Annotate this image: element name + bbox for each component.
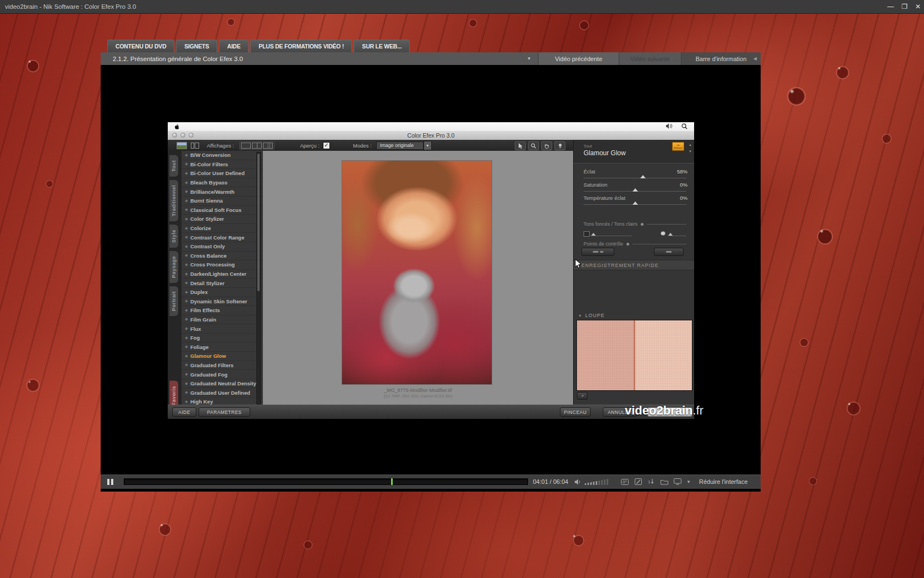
filter-item[interactable]: Burnt Sienna	[182, 197, 263, 206]
background-lamp-button[interactable]	[554, 141, 565, 150]
filter-item[interactable]: Foliage	[182, 342, 263, 352]
mode-select[interactable]: Image originale	[376, 141, 424, 150]
filter-item[interactable]: Flux	[182, 324, 263, 334]
brush-button[interactable]: PINCEAU	[560, 407, 591, 417]
loupe-section-header[interactable]: ▼ LOUPE	[578, 313, 604, 318]
filter-item[interactable]: Detail Stylizer	[182, 279, 263, 288]
layout-grid-icon[interactable]	[191, 143, 199, 149]
loupe-preview[interactable]	[576, 320, 692, 391]
minimize-icon[interactable]: —	[887, 3, 894, 10]
slider-track[interactable]	[584, 178, 686, 178]
filter-item[interactable]: Graduated Neutral Density	[182, 379, 263, 389]
filter-item[interactable]: Film Effects	[182, 306, 263, 315]
filter-item[interactable]: Darken/Lighten Center	[182, 270, 263, 279]
app-tab[interactable]: SIGNETS	[176, 40, 217, 52]
app-tab[interactable]: SUR LE WEB...	[354, 40, 410, 52]
info-bar-button[interactable]: Barre d'information ◀	[681, 52, 761, 65]
settings-button[interactable]: PARAMETRES	[199, 407, 250, 417]
filter-item[interactable]: Dynamic Skin Softener	[182, 297, 263, 307]
progress-bar[interactable]	[124, 478, 528, 485]
chapter-dropdown-icon[interactable]: ▼	[527, 56, 531, 61]
filter-item[interactable]: Cross Processing	[182, 260, 263, 270]
filter-item[interactable]: Classical Soft Focus	[182, 206, 263, 215]
app-tab[interactable]: CONTENU DU DVD	[107, 40, 174, 52]
filter-item[interactable]: Brilliance/Warmth	[182, 187, 263, 197]
slider-handle[interactable]	[632, 201, 638, 205]
side-by-side-view-button[interactable]	[263, 143, 273, 149]
filter-item[interactable]: Graduated User Defined	[182, 388, 263, 397]
slider-handle[interactable]	[632, 188, 638, 192]
filter-item[interactable]: Bleach Bypass	[182, 178, 263, 188]
filter-item[interactable]: Contrast Only	[182, 242, 263, 252]
progress-position-marker[interactable]	[391, 478, 393, 485]
loupe-pin-button[interactable]: 📌︎	[577, 392, 587, 400]
filter-item[interactable]: Colorize	[182, 224, 263, 233]
app-tab[interactable]: PLUS DE FORMATIONS VIDÉO !	[250, 40, 352, 52]
reduce-interface-button[interactable]: Réduire l'interface	[699, 478, 747, 485]
mode-select-arrow-icon[interactable]: ▼	[424, 141, 432, 150]
preview-checkbox[interactable]: ✓	[323, 142, 330, 149]
select-tool-button[interactable]	[515, 141, 526, 150]
filter-item[interactable]: B/W Conversion	[182, 151, 263, 160]
panel-scroll-arrows[interactable]: ▲▼	[689, 143, 692, 153]
slider-track[interactable]	[584, 204, 686, 205]
slider-handle[interactable]	[640, 175, 646, 178]
filter-item[interactable]: Graduated Filters	[182, 361, 263, 370]
app-tab[interactable]: AIDE	[219, 40, 249, 52]
pan-hand-button[interactable]	[541, 141, 552, 150]
slider-track[interactable]	[584, 191, 686, 192]
category-tab[interactable]: Paysage	[169, 251, 178, 283]
shadow-slider-handle[interactable]	[591, 233, 596, 236]
category-tab[interactable]: Tout	[169, 155, 178, 177]
filter-list-scrollbar[interactable]	[256, 152, 261, 405]
split-view-button[interactable]	[252, 143, 262, 149]
zoom-tool-button[interactable]	[528, 141, 539, 150]
single-view-button[interactable]	[241, 143, 251, 149]
filter-item[interactable]: Film Grain	[182, 315, 263, 325]
filter-item[interactable]: Contrast Color Range	[182, 233, 263, 242]
help-button[interactable]: AIDE	[172, 407, 196, 417]
folder-icon[interactable]	[660, 478, 669, 486]
filter-item[interactable]: Bi-Color User Defined	[182, 169, 263, 178]
filter-item[interactable]: Duplex	[182, 288, 263, 297]
filter-item[interactable]: Color Stylizer	[182, 215, 263, 224]
scrollbar-thumb[interactable]	[257, 154, 260, 291]
filter-item[interactable]: Glamour Glow	[182, 352, 263, 361]
plugin-window-titlebar[interactable]: Color Efex Pro 3.0	[168, 131, 694, 140]
filter-item[interactable]: High Key	[182, 397, 263, 405]
draw-annotate-icon[interactable]	[634, 478, 642, 486]
next-video-button[interactable]: Vidéo suivante	[619, 52, 681, 65]
tones-section-header[interactable]: Tons foncés / Tons clairs	[584, 221, 686, 227]
category-tab[interactable]: Traditionnel	[169, 180, 178, 221]
restore-icon[interactable]: ❐	[901, 3, 908, 10]
filter-item[interactable]: Fog	[182, 334, 263, 343]
category-tab[interactable]: Portrait	[169, 286, 178, 316]
captions-icon[interactable]	[620, 478, 629, 486]
filter-item[interactable]: Bi-Color Filters	[182, 160, 263, 170]
highlight-slider-handle[interactable]	[668, 233, 673, 236]
quick-save-section[interactable]: ENREGISTREMENT RAPIDE	[574, 260, 694, 270]
section-toggle-icon[interactable]	[641, 223, 644, 226]
spotlight-search-icon[interactable]	[681, 123, 688, 130]
fullscreen-display-icon[interactable]	[673, 478, 682, 486]
section-toggle-icon[interactable]	[626, 243, 629, 246]
previous-video-button[interactable]: Vidéo précédente	[538, 52, 619, 65]
video-title-section[interactable]: 2.1.2. Présentation générale de Color Ef…	[101, 52, 538, 65]
control-point-options-button[interactable]	[654, 248, 684, 256]
close-icon[interactable]: ✕	[915, 3, 921, 10]
volume-control[interactable]	[575, 479, 608, 485]
display-options-dropdown-icon[interactable]: ▼	[686, 479, 691, 484]
volume-menu-icon[interactable]	[666, 123, 673, 130]
add-control-point-button[interactable]	[581, 248, 614, 256]
apple-menu-icon[interactable]	[174, 124, 180, 129]
filter-item[interactable]: Cross Balance	[182, 252, 263, 261]
category-tab[interactable]: Style	[169, 225, 178, 248]
sort-playlist-icon[interactable]: 1	[647, 478, 656, 486]
shadows-mini-slider[interactable]	[584, 231, 632, 237]
filter-item[interactable]: Graduated Fog	[182, 370, 263, 379]
pause-button[interactable]	[107, 479, 113, 485]
control-points-section-header[interactable]: Points de contrôle	[584, 241, 686, 247]
thumbnail-view-icon[interactable]	[177, 142, 187, 149]
video-display-area[interactable]: Color Efex Pro 3.0 Affichages : Aperçu :…	[101, 65, 761, 492]
highlights-mini-slider[interactable]	[661, 231, 687, 237]
